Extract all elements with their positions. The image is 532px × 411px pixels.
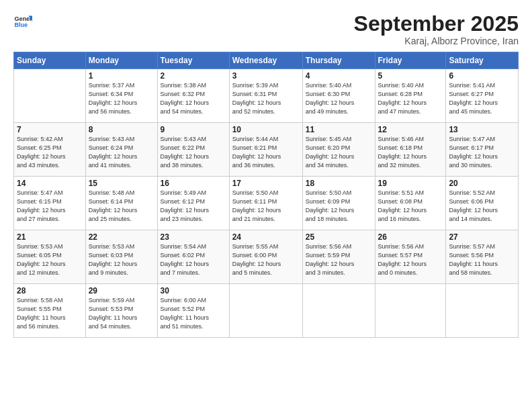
table-row: 28Sunrise: 5:58 AM Sunset: 5:55 PM Dayli… (14, 284, 86, 338)
day-info: Sunrise: 5:56 AM Sunset: 5:57 PM Dayligh… (378, 242, 443, 277)
day-info: Sunrise: 5:56 AM Sunset: 5:59 PM Dayligh… (306, 242, 372, 277)
day-info: Sunrise: 5:43 AM Sunset: 6:24 PM Dayligh… (89, 135, 154, 170)
day-info: Sunrise: 5:42 AM Sunset: 6:25 PM Dayligh… (17, 135, 83, 170)
calendar-week-row: 28Sunrise: 5:58 AM Sunset: 5:55 PM Dayli… (14, 284, 519, 338)
day-info: Sunrise: 5:46 AM Sunset: 6:18 PM Dayligh… (378, 135, 443, 170)
table-row: 9Sunrise: 5:43 AM Sunset: 6:22 PM Daylig… (157, 123, 229, 177)
calendar-week-row: 7Sunrise: 5:42 AM Sunset: 6:25 PM Daylig… (14, 123, 519, 177)
logo: General Blue (13, 12, 32, 31)
day-info: Sunrise: 5:50 AM Sunset: 6:09 PM Dayligh… (306, 189, 372, 224)
day-number: 22 (89, 232, 154, 242)
calendar-week-row: 21Sunrise: 5:53 AM Sunset: 6:05 PM Dayli… (14, 230, 519, 284)
table-row: 18Sunrise: 5:50 AM Sunset: 6:09 PM Dayli… (302, 177, 375, 230)
day-number: 11 (306, 125, 372, 134)
table-row: 14Sunrise: 5:47 AM Sunset: 6:15 PM Dayli… (14, 177, 86, 230)
table-row: 16Sunrise: 5:49 AM Sunset: 6:12 PM Dayli… (157, 177, 229, 230)
day-info: Sunrise: 5:50 AM Sunset: 6:11 PM Dayligh… (232, 189, 300, 224)
day-number: 20 (449, 179, 515, 188)
day-number: 4 (306, 71, 372, 81)
day-number: 8 (89, 125, 154, 134)
day-number: 7 (17, 125, 83, 134)
day-number: 29 (89, 286, 154, 295)
day-info: Sunrise: 5:53 AM Sunset: 6:05 PM Dayligh… (17, 242, 83, 277)
day-info: Sunrise: 5:48 AM Sunset: 6:14 PM Dayligh… (89, 189, 154, 224)
table-row: 19Sunrise: 5:51 AM Sunset: 6:08 PM Dayli… (375, 177, 446, 230)
calendar-table: Sunday Monday Tuesday Wednesday Thursday… (13, 52, 519, 338)
page-header: General Blue September 2025 Karaj, Albor… (13, 12, 519, 46)
header-friday: Friday (375, 52, 446, 69)
calendar-week-row: 1Sunrise: 5:37 AM Sunset: 6:34 PM Daylig… (14, 69, 519, 123)
day-number: 25 (306, 232, 372, 242)
day-info: Sunrise: 5:47 AM Sunset: 6:15 PM Dayligh… (17, 189, 83, 224)
header-wednesday: Wednesday (229, 52, 302, 69)
table-row (229, 284, 302, 338)
table-row: 21Sunrise: 5:53 AM Sunset: 6:05 PM Dayli… (14, 230, 86, 284)
day-number: 24 (232, 232, 300, 242)
day-number: 3 (232, 71, 300, 81)
table-row: 30Sunrise: 6:00 AM Sunset: 5:52 PM Dayli… (157, 284, 229, 338)
header-thursday: Thursday (302, 52, 375, 69)
table-row: 11Sunrise: 5:45 AM Sunset: 6:20 PM Dayli… (302, 123, 375, 177)
day-info: Sunrise: 5:38 AM Sunset: 6:32 PM Dayligh… (161, 81, 226, 116)
day-info: Sunrise: 5:51 AM Sunset: 6:08 PM Dayligh… (378, 189, 443, 224)
table-row (302, 284, 375, 338)
table-row: 8Sunrise: 5:43 AM Sunset: 6:24 PM Daylig… (85, 123, 157, 177)
day-info: Sunrise: 5:53 AM Sunset: 6:03 PM Dayligh… (89, 242, 154, 277)
month-title: September 2025 (354, 12, 519, 36)
day-info: Sunrise: 5:40 AM Sunset: 6:28 PM Dayligh… (378, 81, 443, 116)
day-info: Sunrise: 5:41 AM Sunset: 6:27 PM Dayligh… (449, 81, 515, 116)
day-number: 10 (232, 125, 300, 134)
day-number: 5 (378, 71, 443, 81)
day-number: 15 (89, 179, 154, 188)
table-row: 2Sunrise: 5:38 AM Sunset: 6:32 PM Daylig… (157, 69, 229, 123)
day-info: Sunrise: 5:54 AM Sunset: 6:02 PM Dayligh… (161, 242, 226, 277)
day-number: 6 (449, 71, 515, 81)
table-row (446, 284, 519, 338)
day-number: 21 (17, 232, 83, 242)
day-info: Sunrise: 6:00 AM Sunset: 5:52 PM Dayligh… (161, 296, 226, 331)
table-row: 13Sunrise: 5:47 AM Sunset: 6:17 PM Dayli… (446, 123, 519, 177)
day-info: Sunrise: 5:58 AM Sunset: 5:55 PM Dayligh… (17, 296, 83, 331)
day-number: 18 (306, 179, 372, 188)
table-row: 1Sunrise: 5:37 AM Sunset: 6:34 PM Daylig… (85, 69, 157, 123)
table-row: 5Sunrise: 5:40 AM Sunset: 6:28 PM Daylig… (375, 69, 446, 123)
table-row: 22Sunrise: 5:53 AM Sunset: 6:03 PM Dayli… (85, 230, 157, 284)
day-info: Sunrise: 5:44 AM Sunset: 6:21 PM Dayligh… (232, 135, 300, 170)
table-row: 3Sunrise: 5:39 AM Sunset: 6:31 PM Daylig… (229, 69, 302, 123)
table-row: 26Sunrise: 5:56 AM Sunset: 5:57 PM Dayli… (375, 230, 446, 284)
table-row (14, 69, 86, 123)
table-row: 12Sunrise: 5:46 AM Sunset: 6:18 PM Dayli… (375, 123, 446, 177)
table-row: 15Sunrise: 5:48 AM Sunset: 6:14 PM Dayli… (85, 177, 157, 230)
day-number: 19 (378, 179, 443, 188)
table-row: 6Sunrise: 5:41 AM Sunset: 6:27 PM Daylig… (446, 69, 519, 123)
calendar-week-row: 14Sunrise: 5:47 AM Sunset: 6:15 PM Dayli… (14, 177, 519, 230)
day-number: 2 (161, 71, 226, 81)
day-info: Sunrise: 5:57 AM Sunset: 5:56 PM Dayligh… (449, 242, 515, 277)
day-info: Sunrise: 5:37 AM Sunset: 6:34 PM Dayligh… (89, 81, 154, 116)
day-info: Sunrise: 5:59 AM Sunset: 5:53 PM Dayligh… (89, 296, 154, 331)
day-number: 26 (378, 232, 443, 242)
day-info: Sunrise: 5:45 AM Sunset: 6:20 PM Dayligh… (306, 135, 372, 170)
table-row: 10Sunrise: 5:44 AM Sunset: 6:21 PM Dayli… (229, 123, 302, 177)
table-row: 24Sunrise: 5:55 AM Sunset: 6:00 PM Dayli… (229, 230, 302, 284)
day-number: 13 (449, 125, 515, 134)
table-row: 4Sunrise: 5:40 AM Sunset: 6:30 PM Daylig… (302, 69, 375, 123)
day-info: Sunrise: 5:40 AM Sunset: 6:30 PM Dayligh… (306, 81, 372, 116)
location-subtitle: Karaj, Alborz Province, Iran (354, 36, 519, 46)
day-info: Sunrise: 5:49 AM Sunset: 6:12 PM Dayligh… (161, 189, 226, 224)
table-row: 29Sunrise: 5:59 AM Sunset: 5:53 PM Dayli… (85, 284, 157, 338)
header-saturday: Saturday (446, 52, 519, 69)
day-info: Sunrise: 5:43 AM Sunset: 6:22 PM Dayligh… (161, 135, 226, 170)
day-number: 23 (161, 232, 226, 242)
day-info: Sunrise: 5:52 AM Sunset: 6:06 PM Dayligh… (449, 189, 515, 224)
day-number: 28 (17, 286, 83, 295)
day-info: Sunrise: 5:39 AM Sunset: 6:31 PM Dayligh… (232, 81, 300, 116)
table-row: 27Sunrise: 5:57 AM Sunset: 5:56 PM Dayli… (446, 230, 519, 284)
day-number: 30 (161, 286, 226, 295)
title-block: September 2025 Karaj, Alborz Province, I… (354, 12, 519, 46)
day-number: 12 (378, 125, 443, 134)
table-row: 17Sunrise: 5:50 AM Sunset: 6:11 PM Dayli… (229, 177, 302, 230)
day-info: Sunrise: 5:55 AM Sunset: 6:00 PM Dayligh… (232, 242, 300, 277)
table-row: 23Sunrise: 5:54 AM Sunset: 6:02 PM Dayli… (157, 230, 229, 284)
svg-text:Blue: Blue (14, 21, 28, 28)
